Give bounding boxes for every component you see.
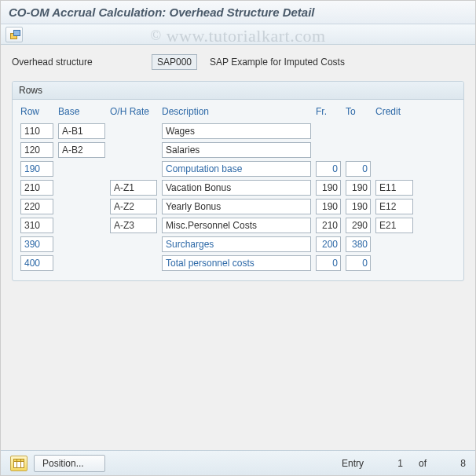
col-ohrate[interactable]: O/H Rate — [110, 106, 157, 117]
overhead-structure-desc: SAP Example for Imputed Costs — [210, 57, 345, 68]
grid-header: Row Base O/H Rate Description Fr. To Cre… — [13, 104, 463, 119]
table-row: 120A-B2Salaries — [13, 141, 463, 159]
cell-ohrate[interactable]: A-Z2 — [110, 199, 157, 214]
cell-row[interactable]: 110 — [20, 123, 53, 139]
overhead-structure-value: SAP000 — [152, 54, 197, 70]
cell-credit[interactable]: E11 — [375, 180, 413, 196]
cell-base[interactable]: A-B1 — [58, 123, 105, 139]
cell-base[interactable]: A-B2 — [58, 142, 105, 158]
cell-description[interactable]: Vacation Bonus — [162, 180, 311, 196]
cell-description[interactable]: Computation base — [162, 161, 311, 177]
cell-row[interactable]: 120 — [20, 142, 53, 158]
overhead-structure-row: Overhead structure SAP000 SAP Example fo… — [12, 54, 464, 70]
rows-panel: Rows Row Base O/H Rate Description Fr. T… — [12, 81, 464, 281]
table-row: 390Surcharges200380 — [13, 235, 463, 254]
cell-row[interactable]: 210 — [20, 180, 53, 196]
cell-fr[interactable]: 190 — [316, 199, 341, 214]
grid-body: 110A-B1Wages120A-B2Salaries190Computatio… — [13, 122, 463, 273]
cell-to[interactable]: 0 — [346, 161, 371, 177]
cell-fr[interactable]: 0 — [316, 255, 341, 271]
cell-description[interactable]: Salaries — [162, 142, 311, 158]
cell-fr[interactable]: 210 — [316, 218, 341, 233]
cell-fr[interactable]: 0 — [316, 161, 341, 177]
col-fr[interactable]: Fr. — [316, 106, 341, 117]
table-row: 400Total personnel costs00 — [13, 254, 463, 273]
svg-rect-1 — [14, 459, 24, 461]
cell-row[interactable]: 310 — [20, 218, 53, 233]
app-toolbar — [1, 24, 475, 45]
footer-bar: Position... Entry 1 of 8 — [1, 450, 475, 475]
cell-to[interactable]: 380 — [346, 236, 371, 252]
cell-fr[interactable]: 190 — [316, 180, 341, 196]
window-title: CO-OM Accrual Calculation: Overhead Stru… — [1, 1, 475, 24]
col-credit[interactable]: Credit — [375, 106, 413, 117]
cell-fr[interactable]: 200 — [316, 236, 341, 252]
cell-to[interactable]: 190 — [346, 199, 371, 214]
cell-credit[interactable]: E12 — [375, 199, 413, 214]
cell-description[interactable]: Surcharges — [162, 236, 311, 252]
position-button[interactable]: Position... — [34, 455, 105, 472]
col-to[interactable]: To — [346, 106, 371, 117]
object-navigator-button[interactable] — [5, 27, 23, 42]
col-base[interactable]: Base — [58, 106, 105, 117]
overhead-structure-label: Overhead structure — [12, 57, 145, 68]
cell-to[interactable]: 290 — [346, 218, 371, 233]
cell-description[interactable]: Yearly Bonus — [162, 199, 311, 214]
cell-ohrate[interactable]: A-Z3 — [110, 218, 157, 233]
cell-to[interactable]: 0 — [346, 255, 371, 271]
table-row: 220A-Z2Yearly Bonus190190E12 — [13, 197, 463, 216]
entry-total: 8 — [442, 458, 466, 469]
entry-of-label: of — [419, 458, 427, 469]
cell-row[interactable]: 190 — [20, 161, 53, 177]
cell-ohrate[interactable]: A-Z1 — [110, 180, 157, 196]
table-row: 110A-B1Wages — [13, 122, 463, 141]
cell-description[interactable]: Total personnel costs — [162, 255, 311, 271]
entry-current: 1 — [379, 458, 403, 469]
rows-panel-title: Rows — [13, 82, 463, 100]
col-desc[interactable]: Description — [162, 106, 311, 117]
col-row[interactable]: Row — [20, 106, 53, 117]
entry-label: Entry — [342, 458, 364, 469]
cell-row[interactable]: 400 — [20, 255, 53, 271]
cell-to[interactable]: 190 — [346, 180, 371, 196]
cell-row[interactable]: 220 — [20, 199, 53, 214]
table-row: 310A-Z3Misc.Personnel Costs210290E21 — [13, 216, 463, 235]
layout-icon — [13, 459, 24, 468]
cell-row[interactable]: 390 — [20, 236, 53, 252]
cell-description[interactable]: Wages — [162, 123, 311, 139]
object-navigator-icon — [9, 30, 19, 39]
table-row: 190Computation base00 — [13, 159, 463, 178]
cell-description[interactable]: Misc.Personnel Costs — [162, 218, 311, 233]
layout-button[interactable] — [10, 456, 27, 471]
entry-status: Entry 1 of 8 — [342, 458, 466, 469]
cell-credit[interactable]: E21 — [375, 218, 413, 233]
table-row: 210A-Z1Vacation Bonus190190E11 — [13, 178, 463, 197]
